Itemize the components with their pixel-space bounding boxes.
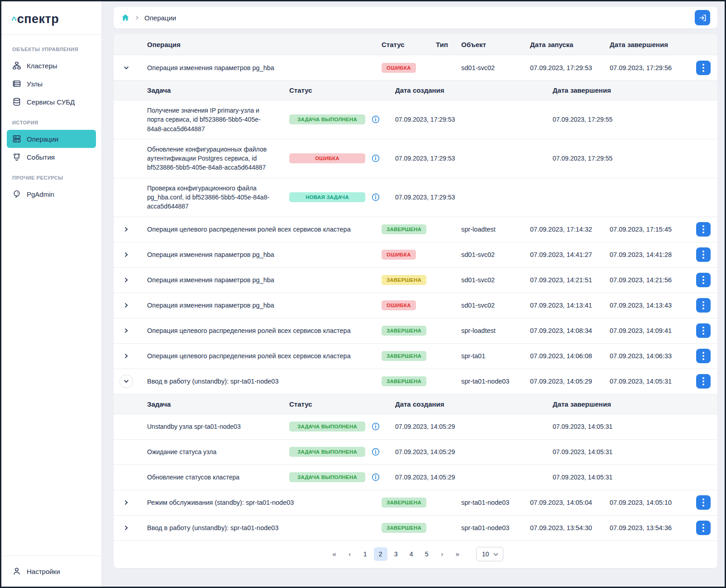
operation-name: Операция изменения параметров pg_hba	[139, 64, 378, 71]
sidebar-item-db-services[interactable]: Сервисы СУБД	[7, 93, 96, 111]
row-actions-button[interactable]	[696, 323, 711, 338]
info-icon[interactable]	[372, 448, 380, 456]
task-row: Получение значения IP primary-узла и пор…	[114, 100, 717, 139]
sidebar-item-operations[interactable]: Операции	[7, 130, 96, 148]
task-status-badge: ЗАДАЧА ВЫПОЛНЕНА	[289, 447, 365, 457]
task-created-date: 07.09.2023, 14:05:29	[395, 448, 553, 455]
task-row: Обновление статусов кластера ЗАДАЧА ВЫПО…	[114, 465, 717, 490]
operation-row[interactable]: Операция изменения параметров pg_hba ОШИ…	[114, 293, 717, 318]
operations-table: Операция Статус Тип Объект Дата запуска …	[114, 34, 717, 568]
sidebar: ^ спектр ОБЪЕКТЫ УПРАВЛЕНИЯ Кластеры Узл…	[1, 1, 102, 587]
expand-chevron-icon[interactable]	[119, 375, 133, 388]
expand-chevron-icon[interactable]	[119, 248, 133, 261]
pagination-page-button[interactable]: 5	[420, 547, 434, 561]
info-icon[interactable]	[372, 115, 380, 123]
operation-finish-date: 07.09.2023, 14:21:56	[610, 276, 689, 284]
row-actions-button[interactable]	[696, 298, 711, 313]
operation-row[interactable]: Режим обслуживания (standby): spr-ta01-n…	[114, 490, 717, 515]
logout-button[interactable]	[695, 10, 710, 25]
expand-chevron-icon[interactable]	[119, 496, 133, 509]
info-icon[interactable]	[372, 193, 380, 201]
expand-chevron-icon[interactable]	[119, 349, 133, 363]
task-created-date: 07.09.2023, 17:29:53	[395, 155, 553, 162]
col-header-start-date: Дата запуска	[530, 41, 610, 48]
expand-chevron-icon[interactable]	[119, 61, 133, 75]
db-services-icon	[12, 97, 21, 106]
operation-row[interactable]: Операция изменения параметров pg_hba ЗАВ…	[114, 267, 717, 293]
info-icon[interactable]	[372, 154, 380, 162]
task-status-badge: ЗАДАЧА ВЫПОЛНЕНА	[289, 422, 365, 432]
sidebar-item-clusters[interactable]: Кластеры	[7, 57, 96, 75]
task-created-date: 07.09.2023, 17:29:53	[395, 116, 553, 123]
row-actions-button[interactable]	[696, 247, 711, 262]
sidebar-item-label: Операции	[27, 135, 58, 143]
section-title-management-objects: ОБЪЕКТЫ УПРАВЛЕНИЯ	[12, 47, 91, 52]
operation-row[interactable]: Операция целевого распределения ролей вс…	[114, 318, 717, 343]
operation-row[interactable]: Ввод в работу (unstandby): spr-ta01-node…	[114, 369, 717, 394]
col-header-finish-date: Дата завершения	[610, 41, 689, 48]
operation-start-date: 07.09.2023, 17:14:32	[530, 226, 610, 233]
sidebar-item-pgadmin[interactable]: PgAdmin	[7, 185, 96, 203]
pgadmin-icon	[12, 190, 21, 199]
table-header-row: Операция Статус Тип Объект Дата запуска …	[114, 34, 717, 55]
task-row: Обновление конфигурационных файлов аутен…	[114, 139, 717, 178]
pager: «‹12345›»	[328, 547, 464, 561]
operation-row[interactable]: Операция целевого распределения ролей вс…	[114, 343, 717, 369]
task-finished-date: 07.09.2023, 14:05:31	[553, 423, 717, 430]
nodes-icon	[12, 79, 21, 88]
task-col-header-created: Дата создания	[395, 400, 553, 408]
row-actions-button[interactable]	[696, 495, 711, 510]
section-title-history: ИСТОРИЯ	[12, 120, 91, 125]
sidebar-item-nodes[interactable]: Узлы	[7, 75, 96, 93]
expand-chevron-icon[interactable]	[119, 299, 133, 312]
page-size-select[interactable]: 10	[476, 547, 504, 561]
operations-icon	[12, 134, 21, 143]
tasks-subtable: Задача Статус Дата создания Дата заверше…	[114, 394, 717, 490]
status-badge: ОШИБКА	[382, 63, 416, 73]
table-rows: Операция изменения параметров pg_hba ОШИ…	[114, 55, 717, 541]
operation-row[interactable]: Операция целевого распределения ролей вс…	[114, 217, 717, 242]
pagination-first-button[interactable]: «	[328, 547, 341, 561]
task-status-badge: ЗАДАЧА ВЫПОЛНЕНА	[289, 114, 365, 124]
sidebar-item-settings[interactable]: Настройки	[7, 562, 96, 580]
operation-start-date: 07.09.2023, 14:05:29	[530, 378, 610, 385]
pagination-page-button[interactable]: 2	[374, 547, 387, 561]
operation-name: Операция изменения параметров pg_hba	[139, 276, 378, 284]
pagination-next-button[interactable]: ›	[435, 547, 449, 561]
sidebar-item-label: PgAdmin	[27, 190, 54, 198]
row-actions-button[interactable]	[696, 273, 711, 287]
row-actions-button[interactable]	[696, 349, 711, 363]
page-size-value: 10	[482, 550, 489, 558]
task-finished-date: 07.09.2023, 17:29:55	[553, 155, 717, 162]
home-icon[interactable]	[121, 13, 130, 22]
operation-finish-date: 07.09.2023, 13:54:36	[610, 524, 689, 531]
tasks-header-row: Задача Статус Дата создания Дата заверше…	[114, 80, 717, 100]
operation-start-date: 07.09.2023, 14:41:27	[530, 251, 610, 258]
info-icon[interactable]	[372, 422, 380, 431]
expand-chevron-icon[interactable]	[119, 324, 133, 337]
info-icon[interactable]	[372, 473, 380, 481]
col-header-status: Статус	[378, 41, 436, 48]
row-actions-button[interactable]	[696, 374, 711, 389]
expand-chevron-icon[interactable]	[119, 223, 133, 236]
pagination-page-button[interactable]: 4	[405, 547, 418, 561]
pagination-page-button[interactable]: 3	[389, 547, 403, 561]
row-actions-button[interactable]	[696, 521, 711, 535]
pagination-page-button[interactable]: 1	[358, 547, 372, 561]
user-icon	[12, 567, 21, 576]
pagination-last-button[interactable]: »	[451, 547, 464, 561]
expand-chevron-icon[interactable]	[119, 273, 133, 287]
expand-chevron-icon[interactable]	[119, 521, 133, 535]
pagination-prev-button[interactable]: ‹	[343, 547, 357, 561]
row-actions-button[interactable]	[696, 222, 711, 237]
sidebar-item-events[interactable]: События	[7, 148, 96, 166]
task-created-date: 07.09.2023, 17:29:53	[395, 194, 553, 201]
task-rows: Получение значения IP primary-узла и пор…	[114, 100, 717, 217]
operation-row[interactable]: Операция изменения параметров pg_hba ОШИ…	[114, 242, 717, 267]
operation-row[interactable]: Операция изменения параметров pg_hba ОШИ…	[114, 55, 717, 80]
status-badge: ЗАВЕРШЕНА	[382, 351, 426, 361]
operation-row[interactable]: Ввод в работу (unstandby): spr-ta01-node…	[114, 515, 717, 541]
operation-name: Операция изменения параметров pg_hba	[139, 302, 378, 309]
row-actions-button[interactable]	[696, 61, 711, 75]
task-row: Ожидание статуса узла ЗАДАЧА ВЫПОЛНЕНА 0…	[114, 439, 717, 465]
